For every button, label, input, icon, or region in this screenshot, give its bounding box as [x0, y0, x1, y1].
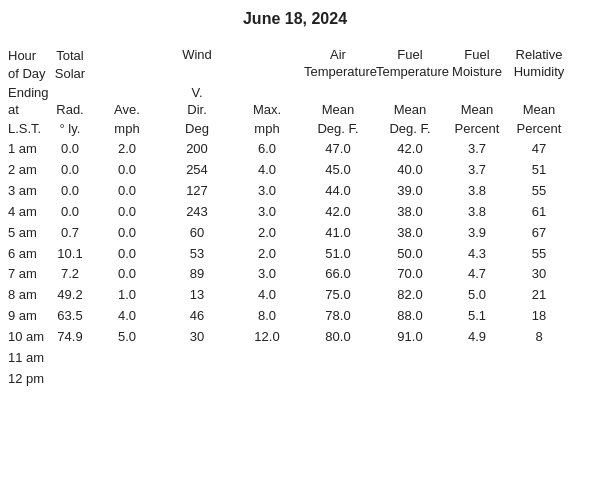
- col-header-fmoist-unit: Percent: [446, 120, 508, 139]
- col-header-wind-ave: Ave.: [92, 84, 162, 120]
- table-row: 3 am0.00.01273.044.039.03.855: [0, 181, 590, 202]
- table-row: 5 am0.70.0602.041.038.03.967: [0, 223, 590, 244]
- table-row: 2 am0.00.02544.045.040.03.751: [0, 160, 590, 181]
- col-header-lst: L.S.T.: [0, 120, 48, 139]
- table-row: 4 am0.00.02433.042.038.03.861: [0, 202, 590, 223]
- col-header-fuel-mean: Mean: [374, 84, 446, 120]
- page-title: June 18, 2024: [0, 10, 590, 28]
- weather-data-table: Hour of Day Total Solar Wind Air Tempera…: [0, 46, 590, 390]
- col-header-wind-ave-unit: mph: [92, 120, 162, 139]
- col-header-hour: Hour of Day: [0, 46, 48, 84]
- col-header-air-mean: Mean: [302, 84, 374, 120]
- table-row: 7 am7.20.0893.066.070.04.730: [0, 264, 590, 285]
- table-row: 10 am74.95.03012.080.091.04.98: [0, 327, 590, 348]
- col-header-wind-dir-unit: Deg: [162, 120, 232, 139]
- table-row: 1 am0.02.02006.047.042.03.747: [0, 139, 590, 160]
- col-header-rh: Relative Humidity: [508, 46, 570, 84]
- col-header-fuel-moisture: Fuel Moisture: [446, 46, 508, 84]
- col-header-wind-dir: V.Dir.: [162, 84, 232, 120]
- col-header-air-temp: Air Temperature: [302, 46, 374, 84]
- table-row: 8 am49.21.0134.075.082.05.021: [0, 285, 590, 306]
- col-header-fmoist-mean: Mean: [446, 84, 508, 120]
- col-header-ending: Ending at: [0, 84, 48, 120]
- table-row: 11 am: [0, 348, 590, 369]
- col-header-solar: Total Solar: [48, 46, 92, 84]
- col-header-fuel-unit: Deg. F.: [374, 120, 446, 139]
- col-header-wind: Wind: [92, 46, 302, 84]
- col-header-wind-max-unit: mph: [232, 120, 302, 139]
- col-header-fuel-temp: Fuel Temperature: [374, 46, 446, 84]
- col-header-wind-max: Max.: [232, 84, 302, 120]
- col-header-rad-unit: ° ly.: [48, 120, 92, 139]
- col-header-rh-mean: Mean: [508, 84, 570, 120]
- col-header-rh-unit: Percent: [508, 120, 570, 139]
- table-row: 12 pm: [0, 369, 590, 390]
- col-header-air-unit: Deg. F.: [302, 120, 374, 139]
- table-row: 9 am63.54.0468.078.088.05.118: [0, 306, 590, 327]
- col-header-rad: Rad.: [48, 84, 92, 120]
- table-row: 6 am10.10.0532.051.050.04.355: [0, 244, 590, 265]
